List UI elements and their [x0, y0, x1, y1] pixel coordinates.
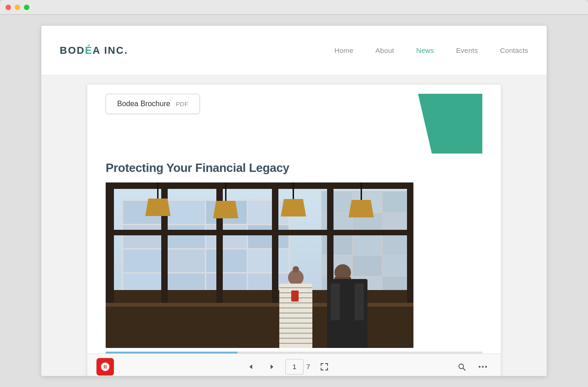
pdf-toolbar-right [453, 360, 492, 374]
acrobat-logo-svg [100, 362, 110, 372]
pdf-document-heading: Protecting Your Financial Legacy [106, 161, 482, 175]
pdf-type-label: PDF [176, 101, 189, 108]
cafe-illustration [106, 182, 413, 348]
nav-news[interactable]: News [416, 46, 434, 54]
more-icon [479, 365, 487, 368]
expand-icon [320, 363, 328, 371]
window-chrome [0, 0, 588, 15]
search-pdf-button[interactable] [453, 360, 470, 374]
svg-point-7 [485, 366, 487, 368]
svg-line-4 [463, 368, 465, 370]
pdf-top-bar: Bodea Brochure PDF [106, 94, 482, 154]
svg-marker-1 [249, 364, 252, 369]
red-cup [291, 290, 299, 302]
site-logo: BODÉA INC. [60, 45, 128, 57]
pdf-toolbar-center: 1 7 [123, 359, 453, 375]
prev-icon [248, 364, 254, 370]
total-pages-label: 7 [306, 363, 310, 370]
site-header: BODÉA INC. Home About News Events Contac… [41, 26, 547, 75]
current-page-box[interactable]: 1 [285, 359, 304, 375]
nav-home[interactable]: Home [334, 46, 353, 54]
pdf-progress-bar [106, 352, 482, 353]
decorative-shape [418, 94, 482, 154]
more-options-button[interactable] [474, 363, 492, 371]
person-right [327, 264, 368, 348]
pdf-progress-fill [106, 352, 237, 353]
nav-events[interactable]: Events [456, 46, 478, 54]
search-icon [458, 363, 466, 371]
website-mockup: BODÉA INC. Home About News Events Contac… [41, 26, 547, 376]
pdf-photo [106, 182, 413, 348]
person-left [279, 270, 312, 348]
pendant-lamps [106, 182, 413, 218]
nav-contacts[interactable]: Contacts [500, 46, 528, 54]
svg-point-5 [479, 366, 481, 368]
pdf-viewer: Bodea Brochure PDF Protecting Your Finan… [87, 85, 501, 376]
expand-button[interactable] [316, 360, 333, 374]
close-button[interactable] [6, 5, 11, 10]
pdf-title-badge: Bodea Brochure PDF [106, 94, 200, 114]
page-input-group: 1 7 [285, 359, 310, 375]
pdf-toolbar: 1 7 [87, 353, 501, 376]
site-nav: Home About News Events Contacts [334, 46, 528, 54]
prev-page-button[interactable] [243, 361, 259, 373]
next-icon [269, 364, 275, 370]
svg-marker-2 [271, 364, 273, 369]
svg-point-3 [459, 364, 464, 369]
acrobat-icon [96, 358, 114, 376]
pdf-content-area: Bodea Brochure PDF Protecting Your Finan… [87, 85, 501, 353]
svg-marker-0 [418, 94, 482, 154]
next-page-button[interactable] [264, 361, 280, 373]
site-content: Bodea Brochure PDF Protecting Your Finan… [41, 75, 547, 376]
pdf-document-title: Bodea Brochure [117, 100, 170, 108]
outer-bg: BODÉA INC. Home About News Events Contac… [0, 15, 588, 387]
maximize-button[interactable] [24, 5, 29, 10]
minimize-button[interactable] [15, 5, 20, 10]
svg-point-6 [482, 366, 484, 368]
nav-about[interactable]: About [375, 46, 394, 54]
